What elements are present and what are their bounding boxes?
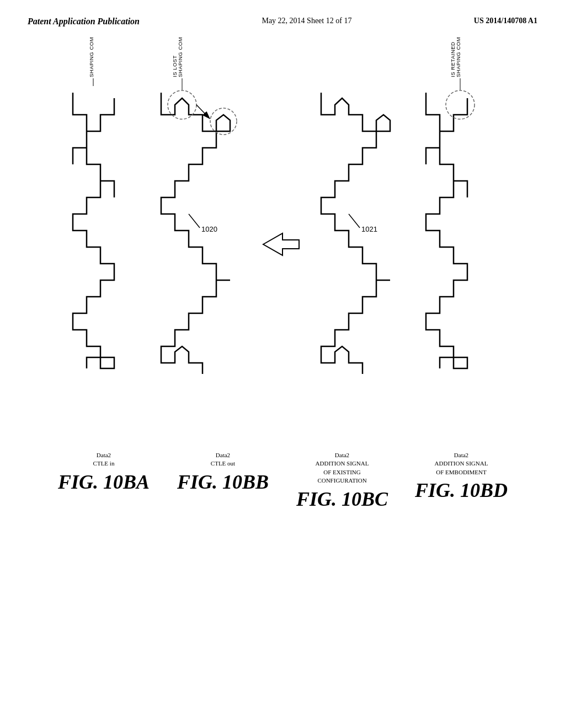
svg-text:IS LOST: IS LOST bbox=[172, 55, 178, 77]
fig-10ba-sublabel: Data2 CTLE in bbox=[93, 451, 115, 468]
svg-text:SHAPING COMPONENT: SHAPING COMPONENT bbox=[455, 38, 461, 77]
fig-10bc-item: Data2 ADDITION SIGNAL OF EXISTING CONFIG… bbox=[287, 451, 397, 511]
main-svg: 1020 1021 SHAPING COMPONENT SHAPING COMP… bbox=[40, 38, 525, 468]
svg-text:SHAPING COMPONENT: SHAPING COMPONENT bbox=[177, 38, 183, 77]
publication-title: Patent Application Publication bbox=[28, 17, 140, 26]
fig-10bb-label: FIG. 10BB bbox=[177, 470, 269, 494]
fig-10bc-sublabel: Data2 ADDITION SIGNAL OF EXISTING CONFIG… bbox=[316, 451, 369, 485]
fig-10ba-label: FIG. 10BA bbox=[58, 470, 150, 494]
fig-10bb-item: Data2 CTLE out FIG. 10BB bbox=[168, 451, 278, 511]
patent-number: US 2014/140708 A1 bbox=[474, 17, 537, 25]
svg-text:1021: 1021 bbox=[361, 225, 377, 233]
fig-10bd-label: FIG. 10BD bbox=[415, 479, 508, 502]
page-container: Patent Application Publication May 22, 2… bbox=[0, 0, 565, 728]
sheet-info: May 22, 2014 Sheet 12 of 17 bbox=[262, 17, 351, 25]
fig-10bb-sublabel: Data2 CTLE out bbox=[211, 451, 235, 468]
fig-10bd-item: Data2 ADDITION SIGNAL OF EMBODIMENT FIG.… bbox=[406, 451, 516, 511]
diagram-area: 1020 1021 SHAPING COMPONENT SHAPING COMP… bbox=[28, 38, 537, 511]
svg-text:IS RETAINED: IS RETAINED bbox=[450, 42, 456, 77]
page-header: Patent Application Publication May 22, 2… bbox=[28, 17, 537, 26]
svg-text:1020: 1020 bbox=[201, 225, 217, 233]
fig-10bd-sublabel: Data2 ADDITION SIGNAL OF EMBODIMENT bbox=[435, 451, 488, 477]
fig-10bc-label: FIG. 10BC bbox=[296, 488, 388, 511]
fig-10ba-item: Data2 CTLE in FIG. 10BA bbox=[49, 451, 159, 511]
svg-text:SHAPING COMPONENT: SHAPING COMPONENT bbox=[88, 38, 94, 77]
